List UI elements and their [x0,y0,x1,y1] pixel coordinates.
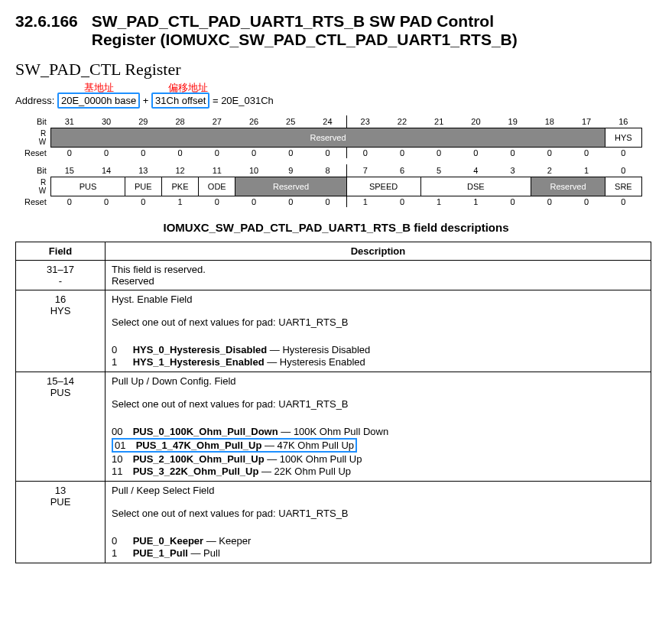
enum-value: 0 HYS_0_Hysteresis_Disabled — Hysteresis… [112,344,644,355]
bit-number: 10 [235,164,272,177]
bit-field-speed: SPEED [346,177,420,196]
reset-bit: 0 [161,148,198,159]
bit-number: 24 [309,115,346,128]
reset-bit: 1 [457,196,494,208]
bit-number: 12 [161,164,198,177]
bit-number: 26 [235,115,272,128]
bit-number: 5 [420,164,457,177]
bit-number: 27 [199,115,235,128]
bit-number: 13 [125,164,161,177]
annotation-base: 基地址 [84,81,114,95]
description-cell: Hyst. Enable FieldSelect one out of next… [106,290,651,372]
bit-number: 9 [272,164,309,177]
reset-bit: 0 [51,148,88,159]
bit-number: 6 [384,164,420,177]
col-header-field: Field [16,242,106,261]
enum-value: 00 PUS_0_100K_Ohm_Pull_Down — 100K Ohm P… [112,426,644,437]
reserved-field: Reserved [235,177,346,196]
field-cell: 31–17- [16,261,106,290]
bit-number: 31 [51,115,88,128]
annotation-offset: 偏移地址 [168,81,208,95]
reset-bit: 0 [125,196,161,208]
reset-bit: 0 [384,148,420,159]
description-table-title: IOMUXC_SW_PAD_CTL_PAD_UART1_RTS_B field … [15,221,657,234]
enum-value: 1 PUE_1_Pull — Pull [112,547,644,559]
bit-number: 17 [568,115,605,128]
enum-value: 1 HYS_1_Hysteresis_Enabled — Hysteresis … [112,356,644,368]
bit-number: 1 [568,164,605,177]
section-number: 32.6.166 [15,12,78,31]
bit-number: 29 [125,115,161,128]
reset-bit: 0 [309,196,346,208]
reset-bit: 0 [88,196,125,208]
register-subtitle: SW_PAD_CTL Register [15,60,657,80]
reset-bit: 0 [309,148,346,159]
bit-diagram-low: Bit1514131211109876543210 RWPUSPUEPKEODE… [15,164,642,207]
reset-bit: 0 [420,148,457,159]
bit-number: 28 [161,115,198,128]
reset-bit: 0 [125,148,161,159]
col-header-desc: Description [106,242,651,261]
bit-number: 7 [346,164,384,177]
reset-bit: 0 [568,196,605,208]
bit-number: 4 [457,164,494,177]
bit-number: 14 [88,164,125,177]
enum-value: 01 PUS_1_47K_Ohm_Pull_Up — 47K Ohm Pull … [112,438,644,453]
description-cell: Pull / Keep Select FieldSelect one out o… [106,482,651,563]
reset-bit: 0 [568,148,605,159]
section-title: SW_PAD_CTL_PAD_UART1_RTS_B SW PAD Contro… [92,12,518,49]
bit-number: 30 [88,115,125,128]
description-cell: Pull Up / Down Config. FieldSelect one o… [106,372,651,482]
table-row: 16HYSHyst. Enable FieldSelect one out of… [16,290,651,372]
table-row: 13PUEPull / Keep Select FieldSelect one … [16,482,651,563]
bit-number: 3 [495,164,531,177]
base-address-box: 20E_0000h base [57,92,140,109]
enum-value: 10 PUS_2_100K_Ohm_Pull_Up — 100K Ohm Pul… [112,453,644,465]
bit-number: 23 [346,115,384,128]
bit-field-pke: PKE [161,177,198,196]
reset-bit: 0 [605,196,641,208]
bit-diagram-high: Bit31302928272625242322212019181716 RWRe… [15,115,642,158]
reset-bit: 0 [457,148,494,159]
reset-bit: 0 [51,196,88,208]
bit-number: 11 [199,164,235,177]
reset-bit: 0 [531,196,568,208]
field-cell: 15–14PUS [16,372,106,482]
bit-field-dse: DSE [420,177,531,196]
reset-bit: 0 [272,148,309,159]
field-cell: 13PUE [16,482,106,563]
bit-number: 18 [531,115,568,128]
reset-bit: 0 [495,148,531,159]
address-line: Address: 20E_0000h base + 31Ch offset = … [15,95,657,106]
field-cell: 16HYS [16,290,106,372]
enum-value: 0 PUE_0_Keeper — Keeper [112,535,644,547]
section-heading: 32.6.166 SW_PAD_CTL_PAD_UART1_RTS_B SW P… [15,12,657,49]
reset-bit: 0 [235,196,272,208]
reset-bit: 0 [88,148,125,159]
bit-field-sre: SRE [605,177,641,196]
bit-number: 25 [272,115,309,128]
reset-bit: 1 [161,196,198,208]
description-cell: This field is reserved.Reserved [106,261,651,290]
reset-bit: 0 [495,196,531,208]
table-row: 15–14PUSPull Up / Down Config. FieldSele… [16,372,651,482]
reset-bit: 0 [272,196,309,208]
reset-bit: 0 [531,148,568,159]
reset-bit: 1 [420,196,457,208]
bit-number: 22 [384,115,420,128]
reset-bit: 0 [346,148,384,159]
bit-number: 15 [51,164,88,177]
bit-field-hys: HYS [605,128,641,148]
bit-number: 2 [531,164,568,177]
bit-number: 19 [495,115,531,128]
reserved-field: Reserved [531,177,605,196]
bit-number: 0 [605,164,641,177]
bit-number: 21 [420,115,457,128]
field-description-table: Field Description 31–17-This field is re… [15,242,651,563]
reset-bit: 1 [346,196,384,208]
enum-value: 11 PUS_3_22K_Ohm_Pull_Up — 22K Ohm Pull … [112,466,644,477]
reset-bit: 0 [384,196,420,208]
bit-number: 16 [605,115,641,128]
reset-bit: 0 [199,148,235,159]
table-row: 31–17-This field is reserved.Reserved [16,261,651,290]
